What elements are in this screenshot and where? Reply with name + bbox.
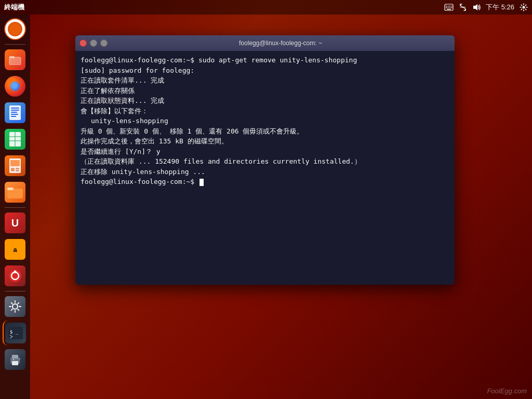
svg-rect-26 (11, 168, 15, 171)
close-button[interactable] (79, 39, 87, 47)
svg-rect-41 (19, 358, 20, 360)
terminal-line-9: 此操作完成之後，會空出 135 kB 的磁碟空間。 (81, 136, 449, 147)
terminal-icon: $ _ (5, 323, 26, 343)
svg-rect-7 (449, 7, 450, 8)
terminal-line-2: [sudo] password for foolegg: (81, 65, 449, 76)
svg-rect-8 (451, 7, 453, 8)
svg-rect-1 (446, 6, 447, 7)
svg-text:$ _: $ _ (10, 329, 19, 335)
terminal-line-7: unity-lens-shopping (81, 116, 449, 126)
launcher-item-uone-client[interactable] (3, 263, 28, 288)
minimize-button[interactable] (90, 39, 97, 47)
terminal-line-10: 是否繼續進行 [Y/n]？ y (81, 147, 449, 157)
terminal-line-3: 正在讀取套件清單... 完成 (81, 75, 449, 86)
svg-point-11 (523, 6, 525, 9)
top-bar: 終端機 (0, 0, 532, 15)
writer-icon (5, 102, 25, 123)
svg-rect-2 (448, 6, 449, 7)
svg-point-34 (12, 304, 18, 309)
terminal-title-label: foolegg@linux-foolegg-com: ~ (111, 39, 450, 47)
terminal-line-11: （正在讀取資料庫 ... 152490 files and directorie… (81, 156, 449, 167)
firefox-icon (5, 76, 25, 97)
printer-icon (5, 349, 25, 370)
svg-point-33 (14, 271, 17, 273)
launcher-item-printer[interactable] (3, 347, 28, 372)
svg-rect-17 (11, 112, 17, 113)
uone-client-icon (5, 265, 25, 286)
folder-icon (5, 182, 25, 203)
ubuntu-one-icon: U (5, 212, 25, 233)
impress-icon (5, 155, 25, 176)
launcher-item-settings[interactable] (3, 294, 28, 319)
terminal-window: foolegg@linux-foolegg-com: ~ foolegg@lin… (75, 35, 455, 285)
svg-rect-38 (12, 355, 18, 358)
svg-rect-40 (13, 359, 14, 360)
svg-rect-3 (449, 6, 450, 7)
terminal-titlebar: foolegg@linux-foolegg-com: ~ (75, 35, 455, 51)
terminal-cursor (200, 179, 204, 186)
launcher-divider-3 (5, 291, 25, 291)
svg-rect-19 (11, 116, 16, 117)
launcher-item-impress[interactable] (3, 153, 28, 178)
settings-icon (5, 296, 25, 317)
svg-rect-39 (12, 361, 18, 365)
terminal-line-13: foolegg@linux-foolegg-com:~$ (81, 177, 449, 187)
launcher-item-files[interactable] (3, 47, 28, 72)
terminal-line-4: 正在了解依存關係 (81, 86, 449, 96)
ubuntu-logo (4, 18, 26, 40)
terminal-line-1: foolegg@linux-foolegg-com:~$ sudo apt-ge… (81, 55, 449, 65)
svg-marker-10 (473, 4, 477, 10)
svg-rect-16 (11, 110, 19, 111)
launcher-item-writer[interactable] (3, 100, 28, 125)
keyboard-icon[interactable] (444, 4, 454, 11)
svg-rect-25 (10, 160, 20, 166)
time-display: 下午 5:26 (486, 3, 514, 12)
terminal-body[interactable]: foolegg@linux-foolegg-com:~$ sudo apt-ge… (75, 51, 455, 285)
amazon-icon: a (5, 239, 25, 260)
watermark: FoolEgg.com (487, 387, 527, 395)
svg-rect-6 (448, 7, 449, 8)
launcher-item-folder[interactable] (3, 180, 28, 205)
system-tray: 下午 5:26 (444, 3, 528, 12)
svg-rect-27 (16, 168, 19, 169)
launcher-item-ubuntu-one[interactable]: U (3, 210, 28, 235)
launcher-divider-1 (5, 44, 25, 45)
svg-rect-13 (9, 56, 15, 58)
terminal-line-6: 會【移除】以下套件： (81, 106, 449, 116)
terminal-line-12: 正在移除 unity-lens-shopping ... (81, 167, 449, 177)
svg-rect-18 (11, 114, 18, 115)
svg-rect-4 (451, 6, 453, 7)
svg-rect-28 (16, 170, 19, 171)
launcher-item-amazon[interactable]: a (3, 237, 28, 262)
launcher-item-terminal[interactable]: $ _ (3, 321, 28, 345)
svg-rect-30 (7, 188, 14, 190)
launcher-item-calc[interactable] (3, 127, 28, 152)
svg-rect-9 (447, 9, 451, 10)
launcher-divider-2 (5, 207, 25, 208)
svg-rect-5 (446, 7, 447, 8)
app-title: 終端機 (4, 3, 24, 12)
system-menu-icon[interactable] (520, 3, 528, 11)
app-name-label: 終端機 (4, 3, 24, 12)
svg-rect-12 (9, 57, 21, 65)
launcher: U a $ _ (0, 15, 30, 399)
volume-icon[interactable] (472, 3, 481, 11)
terminal-line-8: 升級 0 個、新安裝 0 個、 移除 1 個、還有 206 個毋須或不會升級。 (81, 126, 449, 137)
terminal-line-5: 正在讀取狀態資料... 完成 (81, 96, 449, 106)
calc-icon (5, 129, 25, 150)
svg-rect-15 (11, 108, 19, 109)
files-icon (5, 49, 25, 70)
network-icon[interactable] (459, 3, 467, 11)
launcher-item-firefox[interactable] (3, 74, 28, 99)
launcher-item-ubuntu-home[interactable] (3, 17, 28, 42)
maximize-button[interactable] (100, 39, 108, 47)
